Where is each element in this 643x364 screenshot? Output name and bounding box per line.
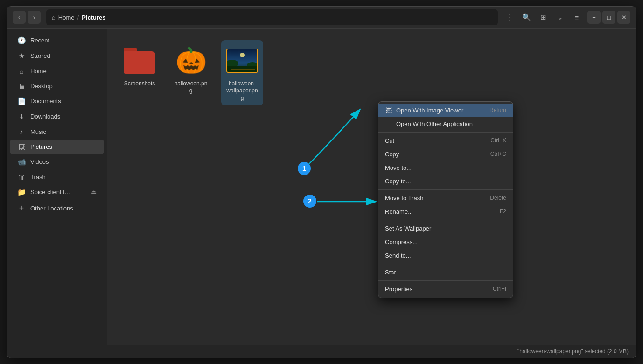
svg-point-1 — [240, 53, 245, 57]
videos-icon: 📹 — [17, 158, 26, 166]
file-label-halloween-png: halloween.png — [174, 80, 208, 95]
sidebar-item-label: Pictures — [30, 143, 52, 150]
search-button[interactable]: 🔍 — [519, 10, 533, 24]
file-manager-window: ‹ › ⌂ Home / Pictures ⋮ 🔍 ⊞ ⌄ ≡ − □ ✕ 🕐 … — [7, 6, 636, 358]
sidebar-item-spice[interactable]: 📁 Spice client f... ⏏ — [10, 185, 104, 200]
file-item-halloween-wallpaper[interactable]: halloween-wallpaper.png — [221, 40, 263, 106]
cm-move-to-label: Move to... — [385, 164, 412, 171]
spice-left: 📁 Spice client f... — [17, 188, 70, 196]
forward-button[interactable]: › — [28, 11, 41, 24]
cm-properties-shortcut: Ctrl+I — [493, 286, 506, 292]
breadcrumb: ⌂ Home / Pictures — [46, 9, 498, 25]
sidebar-item-label: Recent — [30, 37, 49, 44]
wallpaper-icon-wrap — [225, 44, 259, 77]
sidebar-item-trash[interactable]: 🗑 Trash — [10, 170, 104, 184]
cm-cut[interactable]: Cut Ctrl+X — [378, 134, 513, 147]
cm-open-image-viewer-text: Open With Image Viewer — [396, 107, 463, 114]
minimize-button[interactable]: − — [587, 11, 601, 24]
eject-icon[interactable]: ⏏ — [91, 189, 97, 196]
cm-properties[interactable]: Properties Ctrl+I — [378, 282, 513, 296]
chevron-view-button[interactable]: ⌄ — [553, 10, 567, 24]
pictures-icon: 🖼 — [17, 143, 26, 151]
window-controls: − □ ✕ — [587, 11, 630, 24]
sidebar-item-label: Spice client f... — [30, 189, 70, 196]
recent-icon: 🕐 — [17, 36, 26, 45]
folder-shape — [124, 48, 155, 74]
sidebar-item-music[interactable]: ♪ Music — [10, 125, 104, 139]
cm-properties-text: Properties — [385, 286, 412, 293]
cm-star-label: Star — [385, 269, 396, 276]
spice-icon: 📁 — [17, 188, 26, 196]
cm-set-wallpaper-label: Set As Wallpaper — [385, 225, 431, 232]
cm-send-to[interactable]: Send to... — [378, 249, 513, 262]
step-2-label: 2 — [308, 197, 312, 205]
cm-open-image-viewer-label: 🖼 Open With Image Viewer — [385, 107, 463, 114]
file-item-halloween-png[interactable]: 🎃 halloween.png — [170, 40, 212, 98]
file-item-screenshots[interactable]: Screenshots — [119, 40, 161, 91]
menu-button[interactable]: ⋮ — [503, 10, 517, 24]
titlebar: ‹ › ⌂ Home / Pictures ⋮ 🔍 ⊞ ⌄ ≡ − □ ✕ — [7, 7, 636, 29]
cm-set-wallpaper[interactable]: Set As Wallpaper — [378, 222, 513, 235]
sidebar-item-starred[interactable]: ★ Starred — [10, 49, 104, 63]
sidebar-item-home[interactable]: ⌂ Home — [10, 64, 104, 78]
star-icon: ★ — [17, 52, 26, 60]
cm-open-image-viewer[interactable]: 🖼 Open With Image Viewer Return — [378, 104, 513, 117]
sidebar-item-videos[interactable]: 📹 Videos — [10, 154, 104, 169]
cm-rename[interactable]: Rename... F2 — [378, 205, 513, 218]
folder-icon-wrap — [123, 44, 156, 77]
cm-move-to[interactable]: Move to... — [378, 161, 513, 175]
cm-copy[interactable]: Copy Ctrl+C — [378, 147, 513, 161]
sidebar-item-pictures[interactable]: 🖼 Pictures — [10, 140, 104, 154]
close-button[interactable]: ✕ — [617, 11, 630, 24]
cm-set-wallpaper-text: Set As Wallpaper — [385, 225, 431, 232]
wallpaper-thumbnail — [226, 49, 258, 73]
step-1-circle: 1 — [298, 162, 311, 175]
sidebar-item-label: Home — [30, 68, 47, 75]
cm-copy-to-text: Copy to... — [385, 178, 411, 185]
pumpkin-icon-wrap: 🎃 — [174, 44, 208, 77]
sidebar-item-recent[interactable]: 🕐 Recent — [10, 33, 104, 48]
cm-cut-shortcut: Ctrl+X — [490, 137, 506, 144]
cm-move-to-trash-text: Move to Trash — [385, 195, 423, 202]
breadcrumb-current: Pictures — [82, 14, 105, 21]
list-view-button[interactable]: ≡ — [570, 10, 584, 24]
main-content: 🕐 Recent ★ Starred ⌂ Home 🖥 Desktop 📄 Do… — [7, 29, 636, 345]
cm-move-to-trash-label: Move to Trash — [385, 195, 423, 202]
breadcrumb-separator: / — [77, 14, 79, 21]
sidebar-item-documents[interactable]: 📄 Documents — [10, 94, 104, 109]
cm-separator-4 — [378, 264, 513, 264]
cm-copy-shortcut: Ctrl+C — [490, 151, 506, 157]
cm-compress[interactable]: Compress... — [378, 235, 513, 249]
sidebar-item-label: Starred — [30, 52, 50, 59]
cm-copy-text: Copy — [385, 151, 399, 158]
svg-rect-4 — [227, 66, 257, 72]
trash-icon: 🗑 — [17, 173, 26, 181]
sidebar-item-desktop[interactable]: 🖥 Desktop — [10, 79, 104, 93]
downloads-icon: ⬇ — [17, 112, 26, 121]
sidebar-item-label: Other Locations — [30, 205, 73, 212]
breadcrumb-home[interactable]: Home — [58, 14, 75, 21]
context-menu: 🖼 Open With Image Viewer Return Open Wit… — [378, 101, 513, 298]
music-icon: ♪ — [17, 128, 26, 136]
cm-move-to-text: Move to... — [385, 164, 412, 171]
sidebar-item-label: Desktop — [30, 83, 53, 90]
titlebar-actions: ⋮ 🔍 ⊞ ⌄ ≡ — [503, 10, 584, 24]
cm-rename-text: Rename... — [385, 208, 413, 215]
plus-icon: + — [17, 203, 26, 213]
cm-compress-text: Compress... — [385, 238, 418, 245]
cm-star[interactable]: Star — [378, 266, 513, 279]
back-button[interactable]: ‹ — [13, 11, 26, 24]
restore-button[interactable]: □ — [602, 11, 615, 24]
sidebar-item-other-locations[interactable]: + Other Locations — [10, 200, 104, 217]
cm-move-to-trash-shortcut: Delete — [490, 195, 506, 201]
cm-star-text: Star — [385, 269, 396, 276]
grid-view-button[interactable]: ⊞ — [536, 10, 550, 24]
cm-move-to-trash[interactable]: Move to Trash Delete — [378, 191, 513, 205]
cm-open-other-label: Open With Other Application — [385, 120, 473, 127]
cm-open-other-app[interactable]: Open With Other Application — [378, 117, 513, 131]
pumpkin-thumbnail: 🎃 — [175, 45, 207, 77]
cm-open-image-viewer-shortcut: Return — [489, 107, 506, 113]
cm-copy-to[interactable]: Copy to... — [378, 175, 513, 188]
sidebar-item-downloads[interactable]: ⬇ Downloads — [10, 109, 104, 124]
wallpaper-thumbnail-wrapper — [226, 49, 258, 73]
